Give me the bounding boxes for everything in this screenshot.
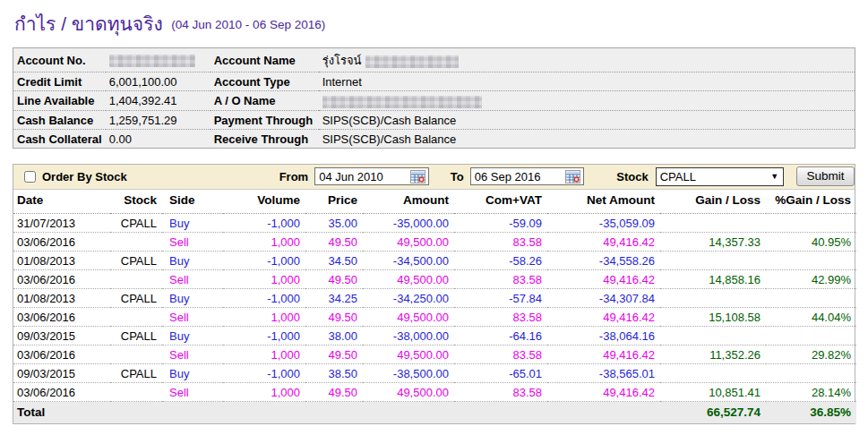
table-row: 03/06/2016 Sell 1,000 49.50 49,500.00 83…: [13, 345, 856, 364]
page-header: กำไร / ขาดทุนจริง (04 Jun 2010 - 06 Sep …: [14, 9, 855, 38]
cash-collateral-value: 0.00: [106, 129, 211, 148]
to-date-value: 06 Sep 2016: [471, 170, 541, 183]
account-row: Cash Balance 1,259,751.29 Payment Throug…: [13, 110, 855, 129]
account-name-label: Account Name: [211, 48, 319, 72]
col-header-com-vat: Com+VAT: [454, 190, 547, 214]
account-row: Line Available 1,404,392.41 A / O Name: [13, 91, 855, 111]
col-header-net-amount: Net Amount: [547, 190, 660, 214]
account-type-label: Account Type: [211, 72, 319, 91]
ao-name-value: [319, 91, 855, 111]
stock-label: Stock: [616, 170, 648, 183]
total-pct-gain-loss: 36.85%: [766, 402, 856, 423]
table-row: 03/06/2016 Sell 1,000 49.50 49,500.00 83…: [13, 233, 856, 252]
redacted-ao-name: [322, 96, 482, 108]
col-header-volume: Volume: [223, 190, 305, 214]
redacted-account-name: [365, 55, 459, 68]
stock-select[interactable]: CPALL ▼: [656, 167, 784, 186]
col-header-side: Side: [162, 190, 223, 214]
to-calendar-icon[interactable]: [564, 169, 581, 183]
account-row: Cash Collateral 0.00 Receive Through SIP…: [13, 129, 855, 148]
report-date-range: (04 Jun 2010 - 06 Sep 2016): [171, 18, 325, 31]
cash-collateral-label: Cash Collateral: [13, 129, 106, 148]
page-title: กำไร / ขาดทุนจริง: [14, 13, 163, 34]
col-header-gain-loss: Gain / Loss: [660, 190, 766, 214]
account-row: Account No. Account Name รุ่งโรจน์: [13, 48, 855, 72]
results-panel: Order By Stock From 04 Jun 2010 To 06 Se…: [13, 164, 855, 424]
submit-button[interactable]: Submit: [796, 166, 855, 186]
col-header-pct-gain-loss: %Gain / Loss: [766, 190, 856, 214]
col-header-date: Date: [13, 190, 110, 214]
account-type-value: Internet: [319, 72, 855, 91]
line-available-label: Line Available: [13, 91, 106, 111]
table-row: 01/08/2013 CPALL Buy -1,000 34.50 -34,50…: [13, 252, 856, 270]
line-available-value: 1,404,392.41: [106, 91, 211, 111]
account-row: Credit Limit 6,001,100.00 Account Type I…: [13, 72, 855, 91]
credit-limit-value: 6,001,100.00: [106, 72, 211, 91]
table-row: 31/07/2013 CPALL Buy -1,000 35.00 -35,00…: [13, 214, 856, 233]
account-name-value: รุ่งโรจน์: [319, 48, 855, 72]
payment-through-value: SIPS(SCB)/Cash Balance: [319, 110, 855, 129]
chevron-down-icon: ▼: [770, 172, 778, 181]
order-by-stock-checkbox[interactable]: [24, 171, 36, 183]
order-by-stock-label: Order By Stock: [42, 170, 127, 183]
account-no-label: Account No.: [13, 48, 106, 72]
account-no-value: [106, 48, 211, 72]
redacted-account-no: [109, 55, 195, 67]
account-info-table: Account No. Account Name รุ่งโรจน์ Credi…: [13, 47, 855, 149]
from-label: From: [279, 170, 309, 183]
payment-through-label: Payment Through: [211, 110, 319, 129]
to-label: To: [451, 170, 464, 183]
cash-balance-label: Cash Balance: [13, 110, 106, 129]
table-row: 09/03/2015 CPALL Buy -1,000 38.00 -38,00…: [13, 327, 856, 345]
credit-limit-label: Credit Limit: [13, 72, 106, 91]
trades-table: Date Stock Side Volume Price Amount Com+…: [13, 190, 856, 423]
total-label: Total: [13, 402, 660, 423]
table-row: 03/06/2016 Sell 1,000 49.50 49,500.00 83…: [13, 383, 856, 402]
col-header-amount: Amount: [363, 190, 454, 214]
total-row: Total 66,527.74 36.85%: [13, 402, 856, 423]
receive-through-label: Receive Through: [211, 129, 319, 148]
table-row: 09/03/2015 CPALL Buy -1,000 38.50 -38,50…: [13, 364, 856, 383]
stock-select-value: CPALL: [660, 170, 696, 183]
profit-loss-page: กำไร / ขาดทุนจริง (04 Jun 2010 - 06 Sep …: [0, 0, 868, 424]
table-row: 01/08/2013 CPALL Buy -1,000 34.25 -34,25…: [13, 289, 856, 308]
to-date-input[interactable]: 06 Sep 2016: [470, 167, 585, 185]
col-header-stock: Stock: [110, 190, 162, 214]
table-row: 03/06/2016 Sell 1,000 49.50 49,500.00 83…: [13, 308, 856, 327]
cash-balance-value: 1,259,751.29: [106, 110, 211, 129]
total-gain-loss: 66,527.74: [660, 402, 766, 423]
receive-through-value: SIPS(SCB)/Cash Balance: [319, 129, 855, 148]
ao-name-label: A / O Name: [211, 91, 319, 111]
from-calendar-icon[interactable]: [409, 169, 426, 183]
from-date-value: 04 Jun 2010: [315, 170, 383, 183]
table-row: 03/06/2016 Sell 1,000 49.50 49,500.00 83…: [13, 270, 856, 289]
table-header-row: Date Stock Side Volume Price Amount Com+…: [13, 190, 856, 214]
col-header-price: Price: [305, 190, 363, 214]
filter-bar: Order By Stock From 04 Jun 2010 To 06 Se…: [13, 165, 855, 190]
from-date-input[interactable]: 04 Jun 2010: [314, 167, 429, 185]
